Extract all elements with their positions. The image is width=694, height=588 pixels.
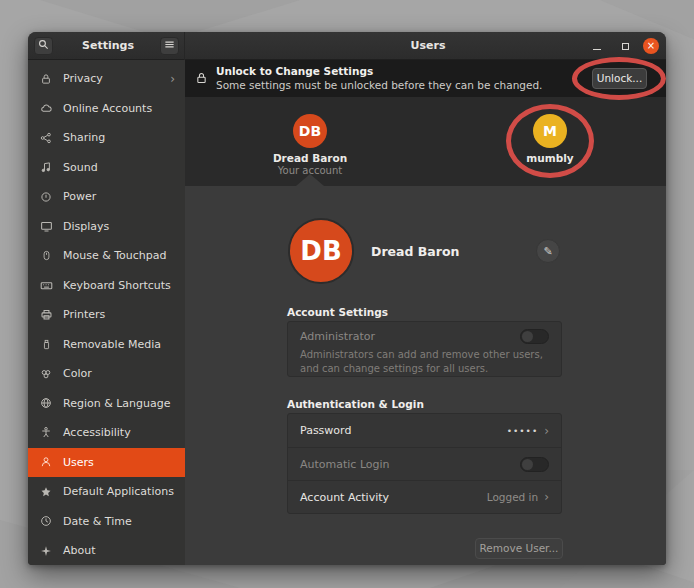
sidebar-item-keyboard-shortcuts[interactable]: Keyboard Shortcuts (28, 271, 185, 301)
unlock-button[interactable]: Unlock... (592, 68, 647, 89)
globe-icon (39, 396, 53, 410)
users-panel: Unlock to Change Settings Some settings … (185, 60, 666, 565)
usb-drive-icon (39, 337, 53, 351)
sidebar-item-sharing[interactable]: Sharing (28, 123, 185, 153)
carousel-user-dread-baron[interactable]: DB Dread Baron Your account (250, 114, 370, 176)
sidebar-item-label: Accessibility (63, 426, 131, 439)
sidebar-item-displays[interactable]: Displays (28, 212, 185, 242)
sidebar-item-about[interactable]: About (28, 536, 185, 565)
sidebar-item-label: Sound (63, 161, 98, 174)
avatar: DB (288, 218, 354, 284)
toggle-knob (522, 331, 533, 342)
close-icon: × (647, 38, 655, 54)
sidebar-item-region-language[interactable]: Region & Language (28, 389, 185, 419)
carousel-selection-notch (296, 174, 324, 186)
chevron-right-icon: › (170, 72, 175, 86)
user-name: mumbly (490, 152, 610, 164)
keyboard-icon (39, 278, 53, 292)
accessibility-icon (39, 426, 53, 440)
sidebar-item-removable-media[interactable]: Removable Media (28, 330, 185, 360)
toggle-knob (522, 459, 533, 470)
sidebar-item-accessibility[interactable]: Accessibility (28, 418, 185, 448)
settings-title: Settings (68, 32, 148, 60)
user-detail: DB Dread Baron ✎ Account Settings Admini… (185, 186, 666, 565)
sidebar-item-label: Color (63, 367, 92, 380)
remove-user-button[interactable]: Remove User... (475, 538, 563, 559)
unlock-banner-title: Unlock to Change Settings (216, 65, 373, 77)
sidebar-item-label: Removable Media (63, 338, 161, 351)
password-dots: ••••• (507, 426, 539, 436)
administrator-toggle[interactable] (520, 329, 549, 344)
clock-icon (39, 514, 53, 528)
account-activity-row[interactable]: Account Activity Logged in › (288, 480, 561, 513)
menu-button[interactable] (160, 37, 179, 55)
sidebar-item-color[interactable]: Color (28, 359, 185, 389)
account-settings-card: Administrator Administrators can add and… (287, 321, 562, 377)
sidebar-item-label: Sharing (63, 131, 105, 144)
unlock-banner: Unlock to Change Settings Some settings … (185, 60, 666, 97)
maximize-button[interactable] (617, 38, 633, 54)
carousel-user-mumbly[interactable]: M mumbly (490, 114, 610, 164)
sidebar-item-label: Users (63, 456, 94, 469)
sidebar-item-date-time[interactable]: Date & Time (28, 507, 185, 537)
minimize-icon (593, 49, 601, 50)
titlebar[interactable]: Settings Users × (28, 32, 666, 60)
sidebar-item-label: Mouse & Touchpad (63, 249, 167, 262)
password-label: Password (300, 424, 351, 437)
chevron-right-icon: › (544, 490, 549, 504)
display-icon (39, 219, 53, 233)
user-fullname: Dread Baron (371, 244, 459, 259)
administrator-label: Administrator (300, 330, 375, 343)
sidebar-item-online-accounts[interactable]: Online Accounts (28, 94, 185, 124)
administrator-description: Administrators can add and remove other … (288, 346, 561, 383)
sidebar-item-label: Date & Time (63, 515, 132, 528)
sidebar-item-label: Power (63, 190, 96, 203)
power-icon (39, 190, 53, 204)
sidebar-item-mouse-touchpad[interactable]: Mouse & Touchpad (28, 241, 185, 271)
auth-login-heading: Authentication & Login (287, 398, 424, 410)
sidebar-item-printers[interactable]: Printers (28, 300, 185, 330)
edit-name-button[interactable]: ✎ (536, 239, 560, 263)
users-title: Users (358, 32, 498, 60)
automatic-login-toggle[interactable] (520, 457, 549, 472)
music-note-icon (39, 160, 53, 174)
hamburger-icon (164, 39, 175, 53)
account-settings-heading: Account Settings (287, 306, 388, 318)
sidebar-item-default-applications[interactable]: Default Applications (28, 477, 185, 507)
sidebar-item-label: Default Applications (63, 485, 174, 498)
avatar: M (533, 114, 567, 148)
chevron-right-icon: › (544, 424, 549, 438)
minimize-button[interactable] (589, 38, 605, 54)
password-row[interactable]: Password ••••• › (288, 414, 561, 447)
titlebar-left: Settings (28, 32, 185, 60)
account-activity-label: Account Activity (300, 491, 389, 504)
person-icon (39, 455, 53, 469)
sidebar-item-label: Region & Language (63, 397, 171, 410)
auth-login-card: Password ••••• › Automatic Login Account… (287, 413, 562, 514)
sidebar-item-label: About (63, 544, 96, 557)
account-activity-value: Logged in (487, 491, 538, 503)
settings-window: Settings Users × Privacy › Online Accoun… (28, 32, 666, 565)
sidebar-item-sound[interactable]: Sound (28, 153, 185, 183)
sidebar-item-privacy[interactable]: Privacy › (28, 64, 185, 94)
avatar: DB (293, 114, 327, 148)
pencil-icon: ✎ (543, 245, 552, 258)
unlock-banner-subtitle: Some settings must be unlocked before th… (216, 79, 542, 91)
color-swatches-icon (39, 367, 53, 381)
close-button[interactable]: × (643, 38, 659, 54)
search-icon (38, 39, 49, 53)
sidebar-item-users[interactable]: Users (28, 448, 185, 478)
maximize-icon (622, 43, 629, 50)
cloud-icon (39, 101, 53, 115)
mouse-icon (39, 249, 53, 263)
printer-icon (39, 308, 53, 322)
search-button[interactable] (34, 37, 53, 55)
starburst-icon (39, 544, 53, 558)
sidebar-item-label: Printers (63, 308, 105, 321)
user-carousel: DB Dread Baron Your account M mumbly (185, 97, 666, 186)
lock-icon (195, 71, 208, 88)
user-name: Dread Baron (250, 152, 370, 164)
automatic-login-row: Automatic Login (288, 447, 561, 480)
sidebar-item-power[interactable]: Power (28, 182, 185, 212)
sidebar-item-label: Keyboard Shortcuts (63, 279, 171, 292)
